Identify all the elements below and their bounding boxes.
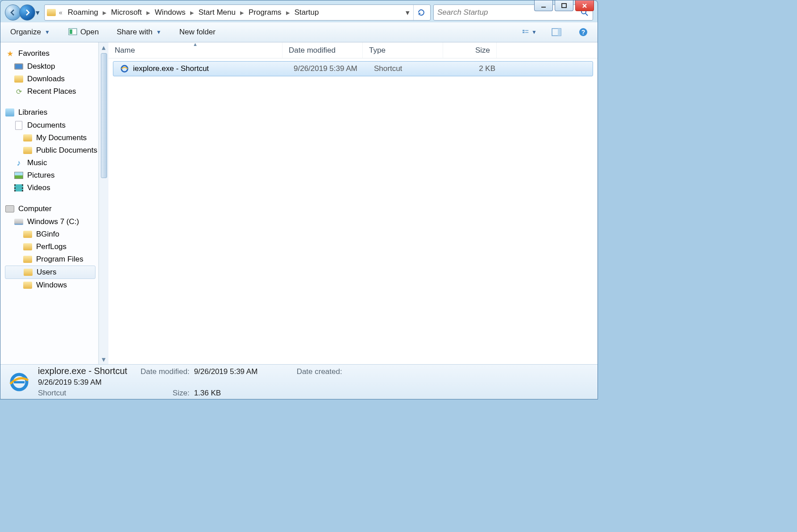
folder-icon	[23, 145, 33, 155]
details-date-created-label: Date created:	[297, 367, 342, 376]
command-bar: Organize▼ Open Share with▼ New folder ▼ …	[0, 22, 598, 42]
ie-shortcut-icon	[120, 64, 129, 74]
details-type: Shortcut	[38, 389, 136, 398]
nav-item-perflogs[interactable]: PerfLogs	[5, 241, 98, 253]
organize-label: Organize	[10, 28, 41, 37]
body: ★ Favorites Desktop Downloads ⟳Recent Pl…	[0, 42, 598, 364]
file-list[interactable]: iexplore.exe - Shortcut 9/26/2019 5:39 A…	[108, 58, 598, 364]
breadcrumb-startmenu[interactable]: Start Menu	[196, 6, 238, 19]
nav-item-bginfo[interactable]: BGinfo	[5, 228, 98, 241]
svg-point-13	[121, 66, 128, 72]
preview-pane-button[interactable]	[549, 25, 564, 39]
minimize-button[interactable]	[534, 0, 553, 11]
navpane-scrollbar[interactable]: ▴ ▾	[99, 42, 108, 364]
file-row[interactable]: iexplore.exe - Shortcut 9/26/2019 5:39 A…	[113, 61, 593, 76]
organize-button[interactable]: Organize▼	[8, 26, 53, 38]
view-options-button[interactable]: ▼	[523, 25, 537, 39]
nav-item-public-documents[interactable]: Public Documents	[5, 144, 98, 157]
nav-item-c-drive[interactable]: Windows 7 (C:)	[5, 216, 98, 228]
nav-item-desktop[interactable]: Desktop	[5, 60, 98, 73]
navigation-bar: ▾ « Roaming ▸ Microsoft ▸ Windows ▸ Star…	[0, 0, 598, 22]
libraries-icon	[5, 108, 15, 117]
share-with-button[interactable]: Share with▼	[114, 26, 164, 38]
favorites-header[interactable]: ★ Favorites	[5, 47, 98, 60]
file-date: 9/26/2019 5:39 AM	[287, 64, 368, 73]
maximize-button[interactable]	[555, 0, 573, 11]
document-icon	[14, 121, 24, 130]
nav-item-music[interactable]: ♪Music	[5, 157, 98, 169]
breadcrumb-programs[interactable]: Programs	[246, 6, 284, 19]
chevron-right-icon[interactable]: ▸	[189, 8, 195, 17]
address-dropdown[interactable]: ▾	[403, 8, 412, 17]
chevron-down-icon: ▼	[45, 29, 50, 35]
window-controls	[534, 0, 594, 11]
music-icon: ♪	[14, 158, 24, 168]
folder-icon	[23, 133, 33, 143]
svg-rect-7	[525, 30, 528, 31]
libraries-label: Libraries	[18, 108, 47, 117]
libraries-header[interactable]: Libraries	[5, 106, 98, 119]
folder-icon	[23, 280, 33, 290]
favorites-label: Favorites	[18, 49, 50, 58]
col-name[interactable]: Name ▲	[108, 42, 282, 58]
file-size: 2 KB	[448, 64, 502, 73]
nav-history-dropdown[interactable]: ▾	[33, 4, 42, 21]
open-button[interactable]: Open	[65, 25, 102, 39]
breadcrumb-microsoft[interactable]: Microsoft	[108, 6, 145, 19]
scroll-thumb[interactable]	[101, 53, 107, 178]
chevron-right-icon[interactable]: ▸	[102, 8, 108, 17]
explorer-window: ▾ « Roaming ▸ Microsoft ▸ Windows ▸ Star…	[0, 0, 598, 399]
folder-icon	[23, 229, 33, 239]
star-icon: ★	[5, 49, 15, 58]
breadcrumb-windows[interactable]: Windows	[152, 6, 188, 19]
sort-asc-icon: ▲	[193, 42, 198, 47]
new-folder-label: New folder	[179, 28, 216, 37]
scroll-up-button[interactable]: ▴	[99, 42, 108, 52]
nav-item-downloads[interactable]: Downloads	[5, 73, 98, 85]
details-date-modified-label: Date modified:	[141, 367, 190, 376]
nav-item-videos[interactable]: Videos	[5, 182, 98, 194]
close-button[interactable]	[575, 0, 594, 11]
navigation-pane: ★ Favorites Desktop Downloads ⟳Recent Pl…	[0, 42, 99, 364]
computer-header[interactable]: Computer	[5, 202, 98, 216]
details-meta: iexplore.exe - Shortcut Date modified: 9…	[38, 366, 342, 398]
folder-icon	[14, 74, 24, 84]
nav-item-windows[interactable]: Windows	[5, 279, 98, 291]
nav-item-pictures[interactable]: Pictures	[5, 169, 98, 182]
breadcrumb-startup[interactable]: Startup	[292, 6, 322, 19]
back-button[interactable]	[5, 4, 21, 21]
chevron-right-icon[interactable]: ▸	[145, 8, 151, 17]
details-date-created: 9/26/2019 5:39 AM	[38, 378, 136, 387]
refresh-button[interactable]	[413, 5, 428, 20]
forward-button[interactable]	[19, 4, 35, 21]
computer-label: Computer	[18, 204, 52, 213]
nav-arrows: ▾	[5, 4, 42, 21]
file-type: Shortcut	[368, 64, 448, 73]
tree: ★ Favorites Desktop Downloads ⟳Recent Pl…	[0, 42, 98, 296]
nav-item-users[interactable]: Users	[5, 266, 95, 279]
file-list-area: Name ▲ Date modified Type Size iexplore.…	[108, 42, 598, 364]
col-size[interactable]: Size	[443, 42, 497, 58]
details-size-label: Size:	[141, 389, 190, 398]
chevron-right-icon[interactable]: ▸	[239, 8, 245, 17]
nav-item-recent-places[interactable]: ⟳Recent Places	[5, 85, 98, 98]
nav-item-documents[interactable]: Documents	[5, 119, 98, 132]
help-button[interactable]: ?	[576, 25, 590, 39]
desktop-icon	[14, 62, 24, 71]
file-name: iexplore.exe - Shortcut	[133, 64, 209, 73]
svg-rect-10	[558, 29, 561, 36]
scroll-down-button[interactable]: ▾	[99, 354, 108, 364]
details-size: 1.36 KB	[194, 389, 274, 398]
open-icon	[68, 27, 78, 37]
nav-item-my-documents[interactable]: My Documents	[5, 132, 98, 144]
svg-rect-5	[523, 30, 524, 31]
chevron-right-icon[interactable]: ▸	[285, 8, 291, 17]
breadcrumb-overflow[interactable]: «	[59, 9, 62, 16]
breadcrumb-roaming[interactable]: Roaming	[65, 6, 101, 19]
new-folder-button[interactable]: New folder	[177, 26, 218, 38]
address-bar[interactable]: « Roaming ▸ Microsoft ▸ Windows ▸ Start …	[44, 4, 431, 21]
col-date-modified[interactable]: Date modified	[282, 42, 363, 58]
svg-rect-8	[525, 32, 528, 33]
nav-item-program-files[interactable]: Program Files	[5, 253, 98, 266]
col-type[interactable]: Type	[363, 42, 443, 58]
